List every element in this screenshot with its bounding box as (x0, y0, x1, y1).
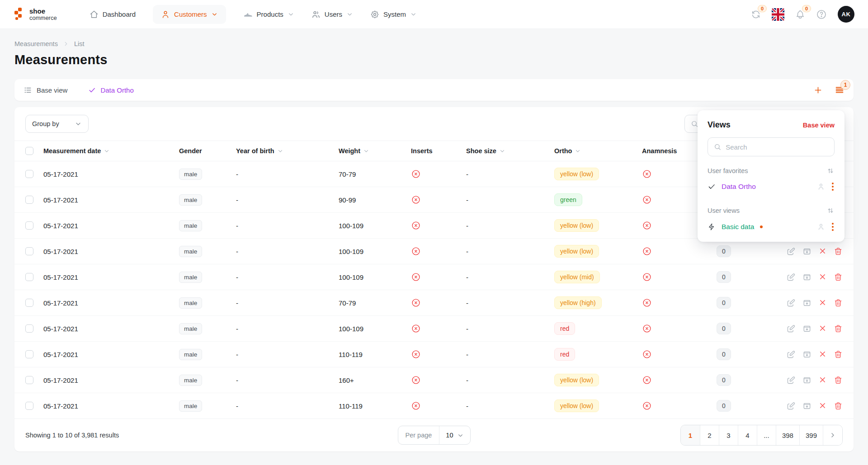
views-search-input[interactable] (726, 143, 828, 151)
tab-data-ortho[interactable]: Data Ortho (88, 86, 133, 94)
nav-item-customers[interactable]: Customers (153, 5, 226, 24)
row-checkbox[interactable] (25, 196, 33, 204)
ortho-badge: yellow (low) (554, 399, 599, 412)
page-button-2[interactable]: 2 (700, 425, 719, 445)
header-gender[interactable]: Gender (179, 147, 236, 155)
row-checkbox[interactable] (25, 324, 33, 333)
edit-button[interactable] (787, 272, 796, 282)
header-inserts[interactable]: Inserts (411, 147, 466, 155)
archive-button[interactable] (802, 350, 811, 359)
pencil-icon (787, 376, 796, 385)
row-checkbox[interactable] (25, 221, 33, 230)
views-search[interactable] (708, 137, 835, 156)
gear-icon (370, 10, 379, 19)
delete-button[interactable] (834, 401, 843, 410)
nav-item-users[interactable]: Users (311, 10, 353, 19)
view-name[interactable]: Data Ortho (722, 183, 756, 191)
row-checkbox[interactable] (25, 247, 33, 255)
view-item-data-ortho[interactable]: Data Ortho (708, 182, 835, 192)
table-row[interactable]: 05-17-2021 male - 110-119 - red 0 (14, 342, 854, 367)
table-row[interactable]: 05-17-2021 male - 100-109 - yellow (low)… (14, 239, 854, 264)
remove-button[interactable] (818, 401, 827, 410)
select-all-checkbox[interactable] (25, 147, 33, 155)
ortho-badge: yellow (low) (554, 168, 599, 180)
nav-item-system[interactable]: System (370, 10, 417, 19)
delete-button[interactable] (834, 350, 843, 359)
row-checkbox[interactable] (25, 273, 33, 281)
table-row[interactable]: 05-17-2021 male - 70-79 - yellow (high) … (14, 290, 854, 316)
user-avatar[interactable]: AK (838, 6, 854, 23)
edit-button[interactable] (787, 298, 796, 307)
archive-button[interactable] (802, 401, 811, 410)
row-checkbox[interactable] (25, 402, 33, 410)
table-row[interactable]: 05-17-2021 male - 100-109 - red 0 (14, 316, 854, 342)
remove-button[interactable] (818, 272, 827, 282)
users-icon (311, 10, 321, 19)
edit-button[interactable] (787, 350, 796, 359)
delete-button[interactable] (834, 272, 843, 282)
table-row[interactable]: 05-17-2021 male - 160+ - yellow (low) 0 (14, 367, 854, 393)
base-view-link[interactable]: Base view (803, 122, 835, 129)
delete-button[interactable] (834, 376, 843, 385)
header-measurement-date[interactable]: Measurement date (43, 147, 179, 155)
view-options-menu[interactable] (831, 182, 835, 192)
edit-button[interactable] (787, 401, 796, 410)
next-page-button[interactable] (823, 425, 842, 445)
header-weight[interactable]: Weight (339, 147, 411, 155)
remove-button[interactable] (818, 298, 827, 307)
remove-button[interactable] (818, 350, 827, 359)
brand-logo[interactable]: shoe commerce (14, 8, 57, 21)
sort-updown-icon[interactable] (826, 207, 835, 215)
page-button-398[interactable]: 398 (776, 425, 799, 445)
view-name[interactable]: Basic data (722, 223, 754, 231)
tab-base-view[interactable]: Base view (24, 86, 67, 94)
row-checkbox[interactable] (25, 350, 33, 358)
language-flag-uk[interactable] (772, 8, 784, 21)
breadcrumb-list[interactable]: List (74, 40, 85, 47)
row-checkbox[interactable] (25, 170, 33, 178)
header-year-of-birth[interactable]: Year of birth (236, 147, 339, 155)
remove-button[interactable] (818, 376, 827, 385)
view-item-basic-data[interactable]: Basic data (708, 222, 835, 232)
archive-button[interactable] (802, 298, 811, 307)
add-view-button[interactable] (813, 85, 823, 95)
row-checkbox[interactable] (25, 376, 33, 384)
archive-button[interactable] (802, 376, 811, 385)
edit-button[interactable] (787, 324, 796, 333)
sync-button[interactable]: 0 (751, 9, 761, 19)
table-row[interactable]: 05-17-2021 male - 100-109 - yellow (mid)… (14, 264, 854, 290)
table-row[interactable]: 05-17-2021 male - 110-119 - yellow (low)… (14, 393, 854, 419)
delete-button[interactable] (834, 247, 843, 256)
remove-button[interactable] (818, 324, 827, 333)
header-shoe-size[interactable]: Shoe size (466, 147, 554, 155)
edit-button[interactable] (787, 376, 796, 385)
remove-button[interactable] (818, 247, 827, 256)
row-checkbox[interactable] (25, 299, 33, 307)
nav-item-dashboard[interactable]: Dashboard (90, 10, 136, 19)
group-by-dropdown[interactable]: Group by (25, 115, 89, 133)
header-ortho[interactable]: Ortho (554, 147, 642, 155)
page-button-399[interactable]: 399 (799, 425, 823, 445)
breadcrumb-measurements[interactable]: Measurements (14, 40, 58, 47)
nav-label: Customers (174, 10, 207, 18)
archive-button[interactable] (802, 247, 811, 256)
view-options-menu[interactable] (831, 222, 835, 232)
notifications-button[interactable]: 0 (795, 9, 805, 19)
circle-x-icon (642, 195, 652, 205)
edit-button[interactable] (787, 247, 796, 256)
per-page-select[interactable]: Per page 10 (398, 426, 471, 445)
brand-name-line2: commerce (29, 15, 57, 21)
archive-button[interactable] (802, 324, 811, 333)
page-button-1[interactable]: 1 (681, 425, 700, 445)
sort-updown-icon[interactable] (826, 167, 835, 175)
x-icon (818, 324, 827, 333)
nav-item-products[interactable]: Products (243, 9, 294, 19)
help-button[interactable] (816, 9, 827, 20)
page-button-4[interactable]: 4 (738, 425, 757, 445)
delete-button[interactable] (834, 298, 843, 307)
archive-button[interactable] (802, 272, 811, 282)
page-button-3[interactable]: 3 (719, 425, 738, 445)
ortho-badge: yellow (low) (554, 374, 599, 386)
delete-button[interactable] (834, 324, 843, 333)
views-list-button[interactable]: 1 (835, 85, 844, 95)
